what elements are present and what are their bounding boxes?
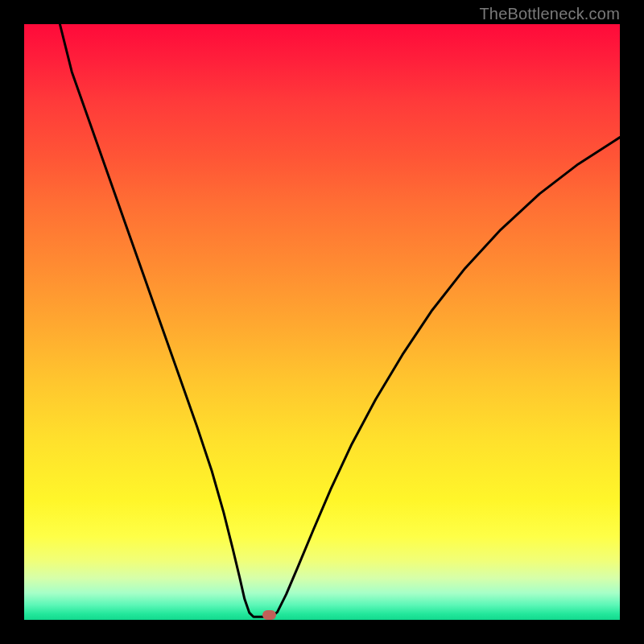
plot-area [24, 24, 620, 620]
bottleneck-curve [24, 24, 620, 620]
watermark-text: TheBottleneck.com [479, 5, 620, 23]
optimum-marker [262, 610, 276, 620]
curve-path [60, 24, 620, 617]
chart-frame: TheBottleneck.com [0, 0, 644, 644]
